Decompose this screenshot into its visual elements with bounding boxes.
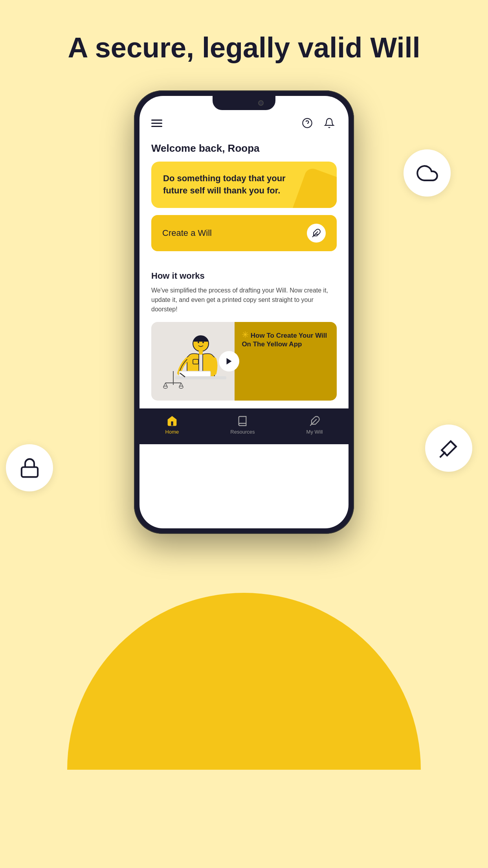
nav-resources-label: Resources (230, 429, 255, 435)
header-actions (300, 116, 337, 131)
create-will-button[interactable]: Create a Will (151, 215, 337, 251)
lock-icon (19, 457, 40, 479)
lock-float-circle (6, 444, 53, 491)
page-headline: A secure, legally valid Will (0, 31, 488, 64)
how-it-works-section: How it works We've simplified the proces… (139, 271, 349, 408)
book-nav-icon (237, 416, 248, 427)
quote-card: Do something today that your future self… (151, 162, 337, 208)
svg-point-11 (163, 386, 167, 388)
nav-home-label: Home (165, 429, 179, 435)
notification-button[interactable] (322, 116, 337, 131)
video-card[interactable]: ✳ How To Create Your Will On The Yellow … (151, 322, 337, 401)
svg-line-0 (440, 452, 445, 457)
arc-decoration (67, 593, 421, 770)
video-title-text: ✳ How To Create Your Will On The Yellow … (242, 330, 330, 349)
nav-my-will[interactable]: My Will (306, 416, 323, 435)
feather-pen-icon (312, 228, 321, 238)
gavel-float-circle (425, 425, 472, 472)
bell-icon (324, 118, 335, 129)
welcome-section: Welcome back, Roopa Do something today t… (139, 138, 349, 271)
svg-line-24 (310, 419, 316, 425)
pen-nav-icon (309, 416, 320, 427)
help-circle-icon (302, 118, 313, 129)
video-title: How To Create Your Will On The Yellow Ap… (242, 332, 327, 348)
gavel-icon (438, 438, 460, 459)
nav-home[interactable]: Home (165, 416, 179, 435)
svg-point-3 (303, 118, 312, 127)
play-icon (225, 357, 233, 366)
quote-text: Do something today that your future self… (163, 173, 301, 197)
svg-rect-18 (199, 351, 203, 355)
video-thumbnail-right: ✳ How To Create Your Will On The Yellow … (235, 322, 337, 401)
help-button[interactable] (300, 116, 315, 131)
how-it-works-title: How it works (151, 271, 337, 281)
welcome-greeting: Welcome back, Roopa (151, 142, 337, 154)
asterisk-icon: ✳ (242, 330, 249, 340)
svg-point-17 (202, 342, 204, 343)
app-screen: Welcome back, Roopa Do something today t… (139, 96, 349, 528)
phone-notch (213, 96, 275, 110)
menu-button[interactable] (151, 120, 162, 127)
svg-marker-23 (227, 358, 232, 364)
cloud-icon (416, 162, 438, 184)
nav-my-will-label: My Will (306, 429, 323, 435)
cta-label: Create a Will (162, 228, 212, 238)
svg-rect-2 (21, 467, 37, 477)
phone-frame: Welcome back, Roopa Do something today t… (134, 90, 354, 534)
cloud-float-circle (404, 149, 451, 197)
cta-icon-circle (307, 224, 326, 243)
svg-point-14 (179, 386, 183, 388)
notch-camera (258, 100, 264, 106)
svg-point-16 (198, 342, 199, 343)
svg-line-1 (451, 441, 456, 447)
how-it-works-description: We've simplified the process of drafting… (151, 286, 337, 314)
phone-mockup: Welcome back, Roopa Do something today t… (134, 90, 354, 534)
phone-screen: Welcome back, Roopa Do something today t… (139, 96, 349, 528)
nav-resources[interactable]: Resources (230, 416, 255, 435)
bottom-navigation: Home Resources (139, 408, 349, 444)
home-nav-icon (167, 416, 178, 427)
play-button[interactable] (219, 351, 239, 371)
